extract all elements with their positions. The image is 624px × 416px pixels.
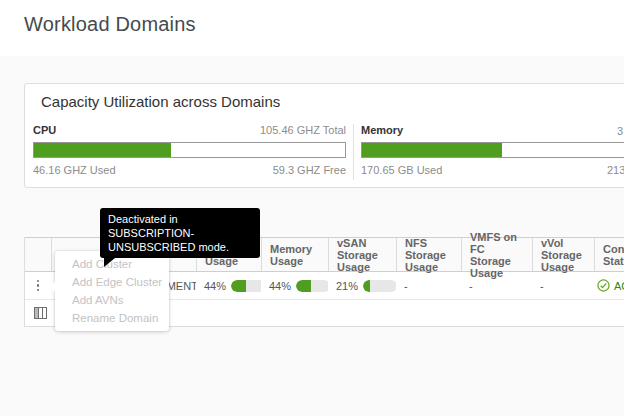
memory-progress-bar (361, 142, 624, 158)
row-actions-button[interactable] (33, 280, 43, 292)
column-header-config-status[interactable]: Config Status (594, 238, 624, 271)
column-header-nfs-storage-usage[interactable]: NFS Storage Usage (396, 238, 461, 271)
menu-item-add-edge-cluster[interactable]: Add Edge Cluster (55, 273, 169, 291)
cpu-meter: CPU 105.46 GHZ Total 46.16 GHZ Used 59.3… (33, 124, 346, 177)
menu-item-rename-domain[interactable]: Rename Domain (55, 309, 169, 327)
memory-total-truncated: 3 (617, 125, 623, 137)
capacity-card: Capacity Utilization across Domains CPU … (24, 83, 624, 188)
column-header-vvol-storage-usage[interactable]: vVol Storage Usage (532, 238, 594, 271)
cpu-total: 105.46 GHZ Total (260, 124, 346, 137)
menu-item-add-avns[interactable]: Add AVNs (55, 291, 169, 309)
memory-meter: Memory 170.65 GB Used (361, 124, 624, 177)
vvol-usage-cell: - (532, 272, 594, 299)
vertical-ellipsis-icon (37, 289, 40, 292)
tooltip-text: Deactivated in SUBSCRIPTION-UNSUBSCRIBED… (108, 213, 229, 253)
cpu-progress-fill (34, 143, 171, 157)
memory-usage-cell: 44% (261, 272, 328, 299)
memory-progress-fill (362, 143, 502, 157)
check-circle-icon (597, 279, 610, 292)
column-header-memory-usage[interactable]: Memory Usage (261, 238, 328, 271)
page-title: Workload Domains (24, 13, 196, 36)
cpu-usage-cell: 44% (196, 272, 261, 299)
nfs-usage-cell: - (396, 272, 461, 299)
deactivated-tooltip: Deactivated in SUBSCRIPTION-UNSUBSCRIBED… (100, 208, 260, 258)
config-status-label: ACTIVE (614, 280, 624, 292)
column-picker-button[interactable] (34, 307, 47, 319)
capacity-card-title: Capacity Utilization across Domains (41, 93, 280, 110)
vertical-ellipsis-icon (37, 280, 40, 283)
cpu-usage-pill (231, 280, 261, 292)
memory-used: 170.65 GB Used (361, 164, 442, 177)
cpu-progress-bar (33, 142, 346, 158)
vertical-ellipsis-icon (37, 284, 40, 287)
memory-label: Memory (361, 124, 403, 137)
view-columns-icon (34, 307, 47, 319)
column-header-vsan-storage-usage[interactable]: vSAN Storage Usage (328, 238, 396, 271)
cpu-free: 59.3 GHZ Free (273, 164, 346, 177)
column-header-actions (25, 238, 51, 271)
cpu-used: 46.16 GHZ Used (33, 164, 116, 177)
cpu-label: CPU (33, 124, 56, 137)
meter-divider (353, 124, 354, 180)
memory-usage-pill (296, 280, 328, 292)
memory-free-truncated: 213 (607, 164, 624, 176)
column-header-vmfs-storage-usage[interactable]: VMFS on FC Storage Usage (461, 238, 532, 271)
config-status-cell: ACTIVE (594, 272, 624, 299)
vsan-usage-cell: 21% (328, 272, 396, 299)
vmfs-usage-cell: - (461, 272, 532, 299)
vsan-usage-pill (363, 280, 396, 292)
